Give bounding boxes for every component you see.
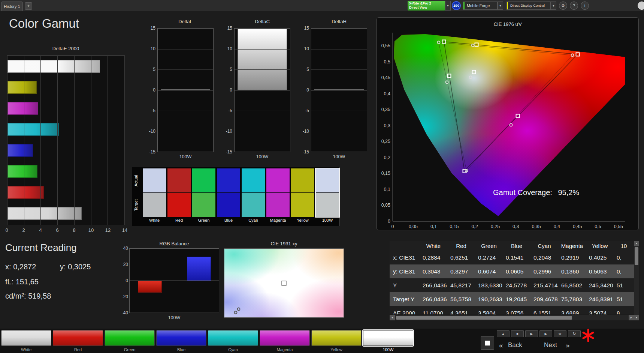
refresh-button[interactable]: ↻ — [568, 330, 581, 337]
cie1931-panel: CIE 1931 xy — [224, 241, 344, 320]
pattern-button-white[interactable]: White — [1, 330, 51, 352]
pattern-button-red[interactable]: Red — [53, 330, 103, 352]
arrow-up-icon: ▲ — [635, 242, 638, 245]
table-cell: 56,5758 — [447, 296, 475, 303]
stop-pattern-button[interactable] — [481, 336, 494, 350]
x-tick-label: 0 — [391, 224, 394, 229]
pattern-label: Magenta — [260, 347, 310, 352]
y-tick-label: 0,35 — [381, 107, 390, 112]
gridline — [311, 90, 367, 90]
control-dropdown-arrow[interactable]: ▼ — [551, 2, 556, 10]
source-accent-bar — [463, 2, 465, 9]
gridline — [235, 131, 290, 131]
settings-button[interactable]: ⚙ — [559, 2, 567, 10]
pattern-button-blue[interactable]: Blue — [156, 330, 206, 352]
deltah-xlabel: 100W — [311, 154, 367, 159]
v-scroll-thumb[interactable] — [635, 247, 638, 265]
chevron-down-icon: ▼ — [447, 5, 449, 7]
pattern-button-100w[interactable]: 100W — [363, 330, 413, 352]
window-control-button[interactable] — [638, 2, 644, 10]
forward-button[interactable]: ▶ — [539, 330, 552, 337]
y-tick-label: 15 — [227, 26, 232, 31]
pattern-label: Red — [53, 347, 103, 352]
eject-button[interactable]: ▲ — [497, 330, 510, 337]
table-header-cell: Magenta — [558, 243, 586, 249]
pattern-button-cyan[interactable]: Cyan — [208, 330, 258, 352]
table-cell: 0,1541 — [503, 254, 530, 261]
v-scrollbar[interactable]: ▲ ▼ — [634, 241, 639, 320]
x-tick-label: 12 — [105, 227, 111, 233]
table-cell: 0,3043 — [420, 268, 447, 275]
pattern-button-green[interactable]: Green — [105, 330, 155, 352]
deltae-bar-blue — [7, 144, 33, 157]
history-tab[interactable]: History 1 — [1, 2, 23, 11]
play-button[interactable]: ▶ — [525, 330, 538, 337]
loop-button[interactable]: ∞ — [554, 330, 566, 337]
scroll-right-button[interactable]: ► — [629, 315, 634, 320]
table-cell: 75,7803 — [558, 296, 586, 303]
table-cell: 8, — [614, 310, 634, 315]
y-tick-label: 0 — [153, 87, 155, 93]
actual-swatch — [291, 168, 314, 192]
arrow-down-icon: ▼ — [635, 316, 638, 319]
table-row: Y 266,0436 45,8217 183,6330 24,5778 215,… — [390, 278, 634, 292]
table-cell: 0,2919 — [558, 254, 586, 261]
gamut-coverage-label: Gamut Coverage: — [493, 188, 552, 197]
pattern-button-magenta[interactable]: Magenta — [260, 330, 310, 352]
x-tick-label: 0,2 — [471, 224, 478, 229]
source-dropdown-arrow[interactable]: ▼ — [498, 2, 503, 10]
y-tick-label: 0,2 — [384, 155, 390, 160]
pattern-swatch — [156, 330, 206, 346]
next-chevron-icon: » — [566, 341, 570, 350]
y-tick-label: -15 — [149, 149, 155, 155]
add-tab-button[interactable]: + — [25, 2, 32, 10]
gamut-coverage-value: 95,2% — [558, 188, 579, 197]
pattern-swatch — [53, 330, 103, 346]
back-button[interactable]: Back — [508, 341, 522, 349]
current-reading-title: Current Reading — [5, 242, 110, 254]
info-button[interactable]: i — [581, 2, 589, 10]
meter-dropdown[interactable]: X-Rite i1Pro 2 Direct View — [408, 1, 445, 11]
swatch-column-magenta: Magenta — [266, 168, 290, 222]
cie1931-title: CIE 1931 xy — [224, 241, 344, 246]
table-row: ΔE 2000 11,0700 4,3651 3,5804 3,0756 6,1… — [390, 306, 634, 314]
bar-row — [7, 140, 124, 161]
y-tick-label: -5 — [305, 108, 309, 113]
gridline — [108, 56, 108, 225]
scroll-left-button[interactable]: ◄ — [390, 315, 395, 320]
y-tick-label: 15 — [304, 26, 309, 31]
scroll-down-button[interactable]: ▼ — [634, 315, 639, 320]
rgb-plot — [129, 248, 219, 313]
h-scrollbar[interactable]: ◄ ► — [390, 315, 634, 320]
y-tick-label: 40 — [123, 246, 128, 251]
meter-dropdown-arrow[interactable]: ▼ — [445, 1, 451, 11]
table-cell: 3,0756 — [503, 310, 530, 315]
rgb-bar-red — [138, 281, 162, 293]
table-row: y: CIE31 0,3043 0,3297 0,6074 0,0605 0,2… — [390, 264, 634, 278]
page-title: Color Gamut — [9, 17, 79, 31]
x-tick-label: 0,4 — [554, 224, 560, 229]
deltae-bar-white — [7, 60, 100, 73]
scroll-up-button[interactable]: ▲ — [634, 241, 639, 246]
h-scroll-thumb[interactable] — [396, 316, 572, 320]
x-tick-label: 2 — [22, 227, 25, 233]
help-button[interactable]: ? — [570, 2, 578, 10]
reading-y: y: 0,3025 — [60, 263, 91, 271]
gridline — [235, 152, 290, 152]
source-dropdown[interactable]: Mobile Forge — [463, 2, 498, 10]
results-table: White Red Green Blue Cyan Magenta Yellow… — [390, 241, 639, 321]
y-tick-label: 0,4 — [384, 91, 390, 96]
deltae-plot — [7, 56, 125, 225]
table-cell: 215,4714 — [530, 282, 558, 289]
y-tick-label: 0 — [126, 278, 128, 283]
stop-button[interactable]: ■ — [511, 330, 524, 337]
gridline — [130, 312, 219, 313]
meter-status-badge[interactable]: 190 — [452, 1, 461, 10]
swatch-label: White — [143, 218, 166, 222]
gridline — [158, 111, 213, 111]
pattern-button-yellow[interactable]: Yellow — [311, 330, 362, 352]
gridline — [158, 29, 213, 29]
next-button[interactable]: Next — [544, 341, 557, 349]
control-dropdown[interactable]: Direct Display Control — [507, 2, 551, 10]
arrow-left-icon: ◄ — [391, 316, 394, 319]
